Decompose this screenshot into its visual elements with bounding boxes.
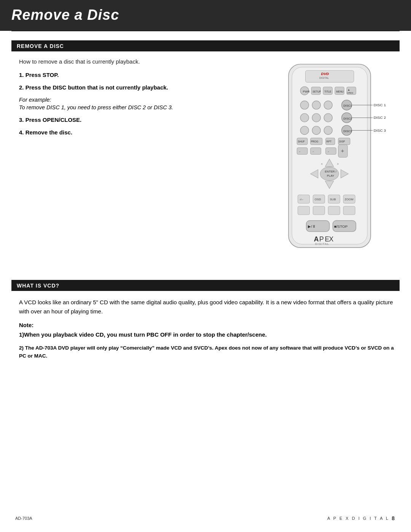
page-title: Remove a Disc bbox=[11, 7, 119, 23]
svg-point-18 bbox=[324, 101, 332, 109]
svg-text:OPEN: OPEN bbox=[347, 92, 353, 94]
left-col: How to remove a disc that is currently p… bbox=[19, 58, 266, 257]
svg-text:SUB: SUB bbox=[330, 198, 336, 201]
remote-svg: DVD DIGITAL PWR SETUP TITLE bbox=[276, 62, 394, 256]
svg-text:X: X bbox=[329, 235, 334, 243]
svg-rect-46 bbox=[326, 148, 336, 155]
title-bar: Remove a Disc bbox=[0, 0, 411, 30]
remote-container: DVD DIGITAL PWR SETUP TITLE bbox=[276, 62, 394, 257]
step2: 2. Press the DISC button that is not cur… bbox=[19, 84, 259, 91]
step3-text: 3. Press OPEN/CLOSE. bbox=[19, 117, 259, 123]
section-gap bbox=[0, 265, 411, 280]
svg-point-29 bbox=[312, 126, 320, 134]
svg-point-28 bbox=[300, 126, 309, 134]
svg-text:DVD: DVD bbox=[321, 72, 329, 76]
svg-text:<: < bbox=[321, 162, 323, 166]
section2-header-bar: WHAT IS VCD? bbox=[11, 280, 400, 291]
svg-point-16 bbox=[300, 101, 309, 109]
svg-point-24 bbox=[324, 113, 332, 122]
svg-point-17 bbox=[312, 101, 320, 109]
disc1-label: DISC 1 bbox=[374, 103, 386, 107]
svg-text:SETUP: SETUP bbox=[312, 90, 321, 93]
svg-text:SHUF: SHUF bbox=[298, 140, 305, 143]
step3: 3. Press OPEN/CLOSE. bbox=[19, 117, 259, 123]
svg-text:+: + bbox=[341, 147, 344, 154]
svg-text:-/--: -/-- bbox=[299, 198, 303, 201]
section1-header-bar: REMOVE A DISC bbox=[11, 40, 400, 51]
note2: 2) The AD-703A DVD player will only play… bbox=[19, 344, 396, 360]
two-col-layout: How to remove a disc that is currently p… bbox=[19, 58, 396, 257]
note1: 1)When you playback video CD, you must t… bbox=[19, 331, 396, 339]
svg-text:DIGITAL: DIGITAL bbox=[319, 77, 329, 79]
svg-text:P: P bbox=[319, 235, 324, 243]
disc2-label: DISC 2 bbox=[374, 115, 386, 120]
section2-content: A VCD looks like an ordinary 5" CD with … bbox=[0, 298, 411, 360]
page-wrapper: Remove a Disc REMOVE A DISC How to remov… bbox=[0, 0, 411, 532]
footer-model: AD-703A bbox=[15, 516, 32, 521]
note-label: Note: bbox=[19, 322, 396, 328]
svg-text:RPT: RPT bbox=[327, 140, 331, 143]
remote-illustration: DVD DIGITAL PWR SETUP TITLE bbox=[274, 58, 396, 257]
svg-text:ZOOM: ZOOM bbox=[344, 198, 353, 201]
svg-text:▶/⏸: ▶/⏸ bbox=[308, 224, 316, 228]
disc3-label: DISC 3 bbox=[374, 128, 386, 133]
svg-text:DISC2: DISC2 bbox=[343, 117, 352, 120]
svg-text:-: - bbox=[299, 149, 300, 153]
vcd-intro: A VCD looks like an ordinary 5" CD with … bbox=[19, 298, 396, 316]
svg-text:>: > bbox=[337, 162, 339, 166]
svg-text:DIGITAL: DIGITAL bbox=[315, 242, 329, 246]
svg-rect-70 bbox=[343, 206, 355, 215]
footer-brand-page: A P E X D I G I T A L 8 bbox=[327, 515, 396, 521]
svg-point-30 bbox=[324, 126, 332, 134]
svg-text:-: - bbox=[312, 149, 314, 153]
footer-brand: A P E X D I G I T A L bbox=[327, 516, 389, 521]
footer-page-number: 8 bbox=[392, 515, 396, 521]
svg-text:PROG: PROG bbox=[311, 140, 319, 143]
svg-text:■/STOP: ■/STOP bbox=[334, 224, 348, 228]
page-footer: AD-703A A P E X D I G I T A L 8 bbox=[0, 515, 411, 521]
svg-rect-68 bbox=[313, 206, 325, 215]
for-example-block: For example: To remove DISC 1, you need … bbox=[19, 97, 259, 110]
svg-rect-42 bbox=[297, 148, 307, 155]
step2-text: 2. Press the DISC button that is not cur… bbox=[19, 84, 259, 91]
svg-text:-: - bbox=[328, 149, 329, 153]
svg-text:OSD: OSD bbox=[315, 198, 321, 201]
for-example-label: For example: bbox=[19, 97, 259, 103]
step4: 4. Remove the disc. bbox=[19, 129, 259, 136]
for-example-text: To remove DISC 1, you need to press eith… bbox=[19, 104, 259, 110]
step1: 1. Press STOP. bbox=[19, 72, 259, 78]
svg-text:DISC3: DISC3 bbox=[343, 129, 352, 133]
svg-text:PLAY: PLAY bbox=[327, 174, 334, 177]
svg-text:DISC1: DISC1 bbox=[343, 104, 352, 107]
svg-text:MENU: MENU bbox=[336, 90, 344, 93]
svg-text:ENTER /: ENTER / bbox=[325, 170, 336, 173]
svg-rect-44 bbox=[311, 148, 321, 155]
step4-text: 4. Remove the disc. bbox=[19, 129, 259, 136]
svg-point-22 bbox=[300, 113, 309, 122]
section1-content: How to remove a disc that is currently p… bbox=[0, 58, 411, 257]
svg-text:TITLE: TITLE bbox=[324, 90, 331, 93]
svg-rect-2 bbox=[306, 70, 354, 82]
svg-text:DISP: DISP bbox=[339, 140, 345, 143]
svg-text:▲: ▲ bbox=[347, 88, 350, 91]
svg-rect-67 bbox=[298, 206, 310, 215]
svg-rect-69 bbox=[328, 206, 340, 215]
svg-point-23 bbox=[312, 113, 320, 122]
step1-text: 1. Press STOP. bbox=[19, 72, 259, 78]
svg-text:A: A bbox=[314, 235, 320, 243]
section2-header-text: WHAT IS VCD? bbox=[17, 283, 59, 289]
section1-intro: How to remove a disc that is currently p… bbox=[19, 58, 259, 65]
section1-header-text: REMOVE A DISC bbox=[17, 43, 64, 49]
svg-text:PWR: PWR bbox=[303, 90, 310, 93]
